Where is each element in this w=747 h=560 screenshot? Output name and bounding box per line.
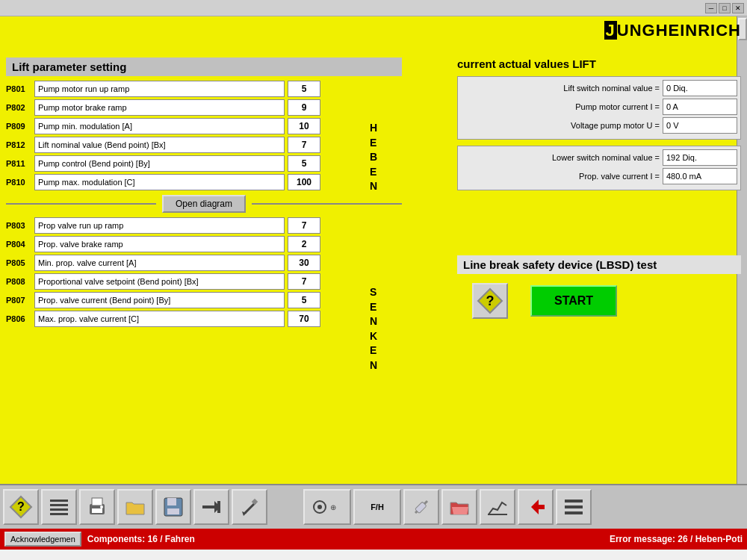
- forward-button[interactable]: [193, 489, 229, 525]
- cv-value[interactable]: 0 V: [663, 117, 737, 134]
- param-code: P810: [6, 178, 34, 187]
- param-code: P806: [6, 314, 34, 323]
- table-row: P810 Pump max. modulation [C] 100: [6, 174, 413, 190]
- param-value[interactable]: 10: [288, 118, 320, 134]
- fh-label: F/H: [371, 503, 384, 511]
- minimize-btn[interactable]: ─: [705, 3, 717, 13]
- cv-value[interactable]: 0 Diq.: [663, 80, 737, 96]
- table-row: P808 Proportional valve setpoint (Bend p…: [6, 273, 413, 290]
- table-row: P805 Min. prop. valve current [A] 30: [6, 255, 413, 271]
- folder-icon: [125, 497, 146, 517]
- components-status: Components: 16 / Fahren: [87, 534, 610, 544]
- divider-right: [252, 203, 402, 205]
- param-name[interactable]: Pump motor run up ramp: [34, 81, 285, 97]
- table-row: P806 Max. prop. valve current [C] 70: [6, 311, 413, 327]
- open-diagram-button[interactable]: Open diagram: [162, 195, 246, 213]
- cv-label: Prop. valve current I =: [579, 172, 663, 181]
- svg-rect-26: [488, 514, 507, 515]
- syringe-icon: [411, 497, 432, 517]
- cv-row: Lift switch nominal value = 0 Diq.: [461, 80, 737, 96]
- param-value[interactable]: 70: [288, 311, 320, 327]
- back-button[interactable]: [518, 489, 554, 525]
- lbsd-title: Line break safety device (LBSD) test: [457, 255, 741, 274]
- param-name[interactable]: Prop. valve brake ramp: [34, 236, 285, 252]
- param-name[interactable]: Prop valve run up ramp: [34, 217, 285, 234]
- param-name[interactable]: Lift nominal value (Bend point) [Bx]: [34, 137, 285, 153]
- open-folder-icon: [449, 497, 470, 517]
- table-row: P801 Pump motor run up ramp 5: [6, 81, 413, 97]
- component-button[interactable]: ⊕: [303, 489, 351, 525]
- help-button[interactable]: ?: [3, 489, 39, 525]
- edit-button[interactable]: [232, 489, 267, 525]
- lbsd-icon-button[interactable]: ?: [472, 283, 508, 319]
- chart-button[interactable]: [480, 489, 515, 525]
- svg-text:?: ?: [17, 500, 25, 513]
- window-controls[interactable]: ─ □ ✕: [705, 3, 744, 13]
- cv-row: Pump motor current I = 0 A: [461, 99, 737, 115]
- help-icon: ?: [9, 495, 33, 519]
- table-row: P807 Prop. valve current (Bend point) [B…: [6, 292, 413, 308]
- param-code: P812: [6, 140, 34, 149]
- param-value[interactable]: 9: [288, 99, 320, 116]
- param-value[interactable]: 2: [288, 236, 320, 252]
- save-button[interactable]: [155, 489, 191, 525]
- question-diamond-icon: ?: [477, 287, 503, 314]
- table-row: P811 Pump control (Bend point) [By] 5: [6, 155, 413, 172]
- svg-rect-10: [92, 508, 102, 513]
- param-name[interactable]: Prop. valve current (Bend point) [By]: [34, 292, 285, 308]
- save-icon: [163, 497, 184, 517]
- param-name[interactable]: Pump min. modulation [A]: [34, 118, 285, 134]
- svg-rect-28: [537, 505, 545, 509]
- cv-row: Prop. valve current I = 480.0 mA: [461, 168, 737, 184]
- acknowledge-button[interactable]: Acknowledgemen: [4, 532, 81, 547]
- param-name[interactable]: Max. prop. valve current [C]: [34, 311, 285, 327]
- param-name[interactable]: Min. prop. valve current [A]: [34, 255, 285, 271]
- menu-icon: [563, 497, 584, 517]
- close-btn[interactable]: ✕: [732, 3, 744, 13]
- param-value[interactable]: 5: [288, 81, 320, 97]
- svg-rect-5: [50, 504, 68, 506]
- param-name[interactable]: Pump max. modulation [C]: [34, 174, 285, 190]
- upper-params: P801 Pump motor run up ramp 5 P802 Pump …: [6, 81, 413, 190]
- param-value[interactable]: 5: [288, 155, 320, 172]
- param-name[interactable]: Pump control (Bend point) [By]: [34, 155, 285, 172]
- param-code: P804: [6, 240, 34, 249]
- open-diagram-row: Open diagram: [6, 195, 402, 213]
- bottom-toolbar: ?: [0, 484, 747, 560]
- param-value[interactable]: 7: [288, 217, 320, 234]
- table-row: P804 Prop. valve brake ramp 2: [6, 236, 413, 252]
- param-code: P803: [6, 221, 34, 230]
- param-value[interactable]: 5: [288, 292, 320, 308]
- open-folder-button[interactable]: [441, 489, 477, 525]
- param-value[interactable]: 30: [288, 255, 320, 271]
- syringe-button[interactable]: [403, 489, 439, 525]
- table-row: P803 Prop valve run up ramp 7: [6, 217, 413, 234]
- table-row: P809 Pump min. modulation [A] 10: [6, 118, 413, 134]
- folder-button[interactable]: [117, 489, 153, 525]
- svg-rect-4: [50, 500, 68, 502]
- senken-label: SENKEN: [370, 285, 377, 373]
- svg-point-22: [317, 505, 322, 509]
- fh-button[interactable]: F/H: [353, 489, 401, 525]
- param-value[interactable]: 100: [288, 174, 320, 190]
- arrow-right-icon: [201, 497, 222, 517]
- svg-rect-7: [50, 513, 68, 515]
- param-value[interactable]: 7: [288, 273, 320, 290]
- param-name[interactable]: Proportional valve setpoint (Bend point)…: [34, 273, 285, 290]
- start-button[interactable]: START: [530, 285, 617, 317]
- cv-row: Lower switch nominal value = 192 Diq.: [461, 149, 737, 166]
- cv-value[interactable]: 480.0 mA: [663, 168, 737, 184]
- print-button[interactable]: [79, 489, 115, 525]
- logo-j: J: [604, 21, 617, 40]
- param-name[interactable]: Pump motor brake ramp: [34, 99, 285, 116]
- cv-value[interactable]: 192 Diq.: [663, 149, 737, 166]
- maximize-btn[interactable]: □: [719, 3, 731, 13]
- menu-button[interactable]: [556, 489, 592, 525]
- param-code: P809: [6, 122, 34, 131]
- param-value[interactable]: 7: [288, 137, 320, 153]
- lower-params: P803 Prop valve run up ramp 7 P804 Prop.…: [6, 217, 413, 327]
- list-button[interactable]: [41, 489, 77, 525]
- edit-icon: [239, 497, 260, 517]
- chart-icon: [487, 497, 508, 517]
- cv-value[interactable]: 0 A: [663, 99, 737, 115]
